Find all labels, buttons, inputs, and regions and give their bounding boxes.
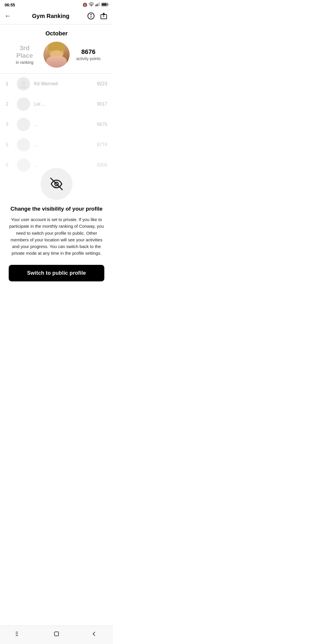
user-avatar [43, 41, 70, 68]
modal-body: Your user account is set to private. If … [9, 216, 104, 257]
ranking-item: 3 ... 8676 [0, 114, 113, 135]
month-title: October [0, 24, 113, 41]
share-button[interactable] [99, 11, 108, 21]
svg-point-22 [20, 167, 27, 169]
signal-icon [95, 2, 100, 7]
svg-rect-7 [102, 3, 107, 5]
svg-point-14 [20, 86, 27, 88]
svg-point-18 [20, 126, 27, 129]
svg-point-20 [20, 146, 27, 149]
rank-position: 1 [6, 81, 13, 86]
svg-point-16 [20, 106, 27, 108]
points-section: 8676 activity points [75, 48, 101, 61]
page-title: Gym Ranking [15, 13, 86, 19]
profile-summary-row: 3rd Place in ranking 8676 activity point… [0, 41, 113, 73]
svg-point-15 [21, 101, 26, 105]
rank-position: 5 [6, 142, 13, 147]
visibility-modal: Change the visibility of your profile Yo… [0, 184, 113, 297]
rank-name: ... [34, 142, 97, 147]
svg-point-19 [21, 142, 26, 146]
rank-name: ... [34, 122, 97, 127]
rank-name: Kit Wermeli [34, 81, 97, 86]
rank-section: 3rd Place in ranking [12, 44, 38, 65]
svg-rect-1 [95, 5, 96, 6]
ranking-item: 5 ... 6774 [0, 135, 113, 155]
rank-avatar [17, 97, 30, 111]
rank-position: 3 [6, 122, 13, 127]
svg-rect-3 [98, 3, 99, 6]
svg-point-10 [91, 14, 91, 15]
svg-rect-6 [108, 4, 108, 5]
points-number: 8676 [75, 48, 101, 56]
ranking-item: 1 Kit Wermeli 9223 [0, 74, 113, 94]
status-time: 06:55 [5, 3, 15, 7]
rank-score: 9223 [97, 81, 107, 86]
hidden-eye-icon [48, 176, 65, 192]
top-navigation: ← Gym Ranking [0, 8, 113, 24]
status-icons: 🔇 [83, 2, 108, 7]
ranking-item: 2 Lei ... 9017 [0, 94, 113, 114]
switch-to-public-button[interactable]: Switch to public profile [9, 265, 104, 281]
rank-position: 6 [6, 162, 13, 168]
rank-avatar [17, 118, 30, 131]
status-bar: 06:55 🔇 [0, 0, 113, 8]
modal-title: Change the visibility of your profile [10, 206, 103, 212]
hidden-icon-container [41, 168, 72, 200]
rank-score: 9017 [97, 102, 107, 107]
svg-point-17 [21, 122, 26, 126]
nav-actions [86, 11, 108, 21]
svg-rect-4 [99, 3, 100, 6]
rank-avatar [17, 138, 30, 151]
rank-score: 8676 [97, 122, 107, 127]
rank-name: ... [34, 162, 97, 168]
rank-avatar [17, 158, 30, 172]
rank-avatar [17, 77, 30, 91]
rank-score: 6009 [97, 162, 107, 168]
svg-point-21 [21, 162, 26, 166]
svg-point-13 [21, 81, 26, 85]
info-button[interactable] [86, 11, 96, 21]
rank-name: Lei ... [34, 102, 97, 107]
rank-label: in ranking [12, 60, 38, 65]
ranking-container: 1 Kit Wermeli 9223 2 Lei ... 9017 3 [0, 74, 113, 297]
points-label: activity points [75, 56, 101, 61]
rank-number: 3rd Place [12, 44, 38, 59]
wifi-icon [89, 2, 94, 7]
battery-icon [101, 3, 108, 7]
svg-rect-2 [97, 4, 97, 6]
mute-icon: 🔇 [83, 3, 87, 7]
svg-point-0 [91, 6, 92, 6]
back-button[interactable]: ← [5, 12, 15, 20]
rank-position: 2 [6, 102, 13, 107]
rank-score: 6774 [97, 142, 107, 147]
